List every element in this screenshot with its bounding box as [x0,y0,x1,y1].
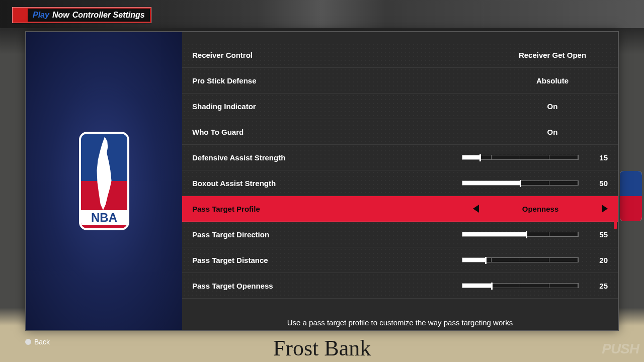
setting-value: Absolute [497,76,608,85]
setting-row[interactable]: Pass Target Openness25 [182,273,618,299]
header-play: Play [33,11,49,20]
setting-slider[interactable] [462,180,579,186]
setting-label: Pro Stick Defense [192,76,497,85]
scroll-indicator [614,215,617,229]
back-button-label[interactable]: Back [34,338,50,346]
sidebar: NBA [26,32,182,330]
setting-row[interactable]: Shading IndicatorOn [182,94,618,119]
setting-slider[interactable] [462,232,579,237]
setting-label: Receiver Control [192,51,497,59]
setting-row[interactable]: Pro Stick DefenseAbsolute [182,68,618,94]
setting-value: On [497,128,608,136]
game-logo-icon [14,9,26,22]
setting-row[interactable]: Defensive Assist Strength15 [182,145,618,170]
setting-label: Shading Indicator [192,102,497,111]
setting-label: Pass Target Profile [192,205,473,213]
footer-bar: Back [25,338,50,346]
header-subtitle: Controller Settings [72,11,145,20]
header-title-box: PlayNow Controller Settings [28,9,150,22]
setting-value: 50 [586,179,608,188]
setting-label: Pass Target Distance [192,256,462,264]
setting-slider[interactable] [462,283,579,288]
setting-label: Pass Target Direction [192,230,462,239]
header-now: Now [52,11,69,20]
setting-row[interactable]: Pass Target Distance20 [182,247,618,273]
setting-row[interactable]: Pass Target Direction55 [182,222,618,247]
setting-value: Receiver Get Open [497,51,608,59]
header-banner: PlayNow Controller Settings [12,7,151,23]
setting-slider[interactable] [462,155,579,160]
nba-logo-side [620,171,642,221]
setting-slider[interactable] [462,257,579,262]
setting-value: 15 [586,153,608,162]
setting-value: On [497,102,608,111]
setting-row[interactable]: Receiver ControlReceiver Get Open [182,42,618,68]
settings-panel: NBA Receiver ControlReceiver Get OpenPro… [25,31,619,331]
settings-main: Receiver ControlReceiver Get OpenPro Sti… [182,32,618,330]
setting-label: Who To Guard [192,128,497,136]
setting-row[interactable]: Pass Target ProfileOpenness [182,196,618,222]
back-button-icon[interactable] [25,339,31,345]
floor-brand-text: Frost Bank [273,335,371,361]
arrow-right-icon[interactable] [602,205,608,213]
setting-value: 55 [586,230,608,239]
settings-list[interactable]: Receiver ControlReceiver Get OpenPro Sti… [182,42,618,315]
setting-value: 25 [586,282,608,290]
setting-row[interactable]: Who To GuardOn [182,119,618,145]
nba-logo-text: NBA [81,210,127,225]
watermark: PUSH [602,341,639,357]
setting-label: Pass Target Openness [192,282,462,290]
nba-logo: NBA [79,132,129,230]
setting-value: 20 [586,256,608,264]
setting-value: Openness [485,205,596,213]
setting-description: Use a pass target profile to customize t… [182,315,618,330]
setting-label: Defensive Assist Strength [192,153,462,162]
setting-label: Boxout Assist Strength [192,179,462,188]
arrow-left-icon[interactable] [473,205,479,213]
setting-row[interactable]: Boxout Assist Strength50 [182,170,618,196]
